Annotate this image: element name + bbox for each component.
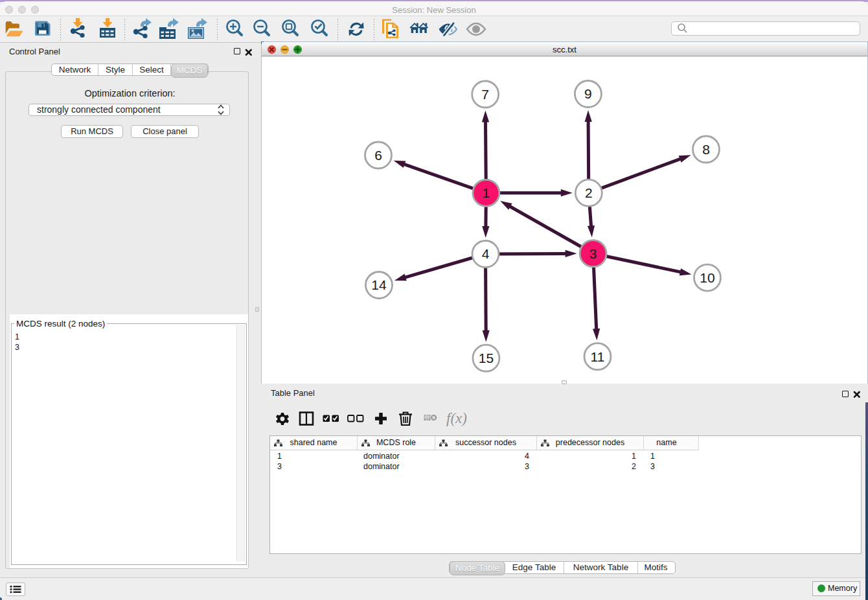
svg-text:8: 8 <box>702 142 710 157</box>
svg-text:1: 1 <box>483 185 490 200</box>
svg-text:7: 7 <box>481 87 489 102</box>
svg-text:10: 10 <box>700 270 714 285</box>
svg-text:6: 6 <box>374 148 382 163</box>
svg-text:11: 11 <box>591 349 605 364</box>
svg-text:2: 2 <box>585 185 593 200</box>
svg-text:15: 15 <box>479 351 494 365</box>
svg-text:14: 14 <box>371 277 387 292</box>
svg-text:9: 9 <box>584 86 592 101</box>
svg-text:f(x): f(x) <box>446 410 467 426</box>
svg-text:3: 3 <box>589 246 597 261</box>
svg-text:4: 4 <box>482 246 490 261</box>
